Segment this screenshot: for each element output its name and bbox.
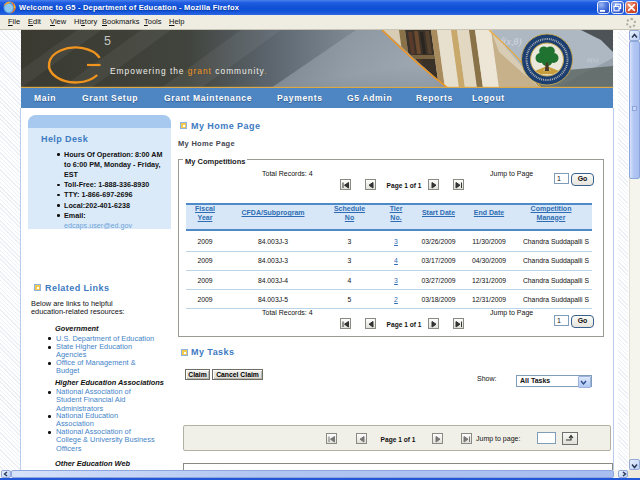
- svg-text:5: 5: [104, 34, 111, 48]
- svg-text:θ(x): θ(x): [587, 56, 599, 64]
- svg-text:Empowering the grant community: Empowering the grant community.: [110, 66, 267, 76]
